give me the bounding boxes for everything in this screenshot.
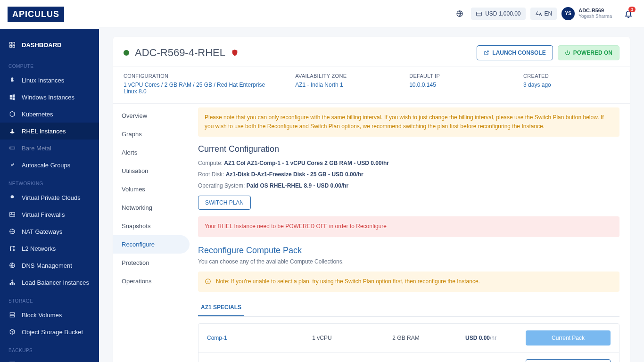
tab-operations[interactable]: Operations bbox=[113, 272, 190, 290]
sidebar-item-label: Bare Metal bbox=[22, 145, 51, 152]
tab-graphs[interactable]: Graphs bbox=[113, 125, 190, 143]
ip-value[interactable]: 10.0.0.145 bbox=[409, 82, 505, 88]
svg-point-7 bbox=[11, 148, 11, 148]
sidebar-item-nat[interactable]: NAT Gateways bbox=[0, 223, 99, 240]
sidebar-section-storage: STORAGE bbox=[0, 291, 99, 306]
sidebar-item-label: DNS Management bbox=[22, 262, 72, 269]
az-label: AVAILABILITY ZONE bbox=[295, 73, 391, 79]
baremetal-icon bbox=[8, 144, 16, 152]
info-icon bbox=[205, 278, 211, 285]
reconfigure-warning: Please note that you can only reconfigur… bbox=[198, 107, 619, 137]
reconfigure-pack-title: Reconfigure Compute Pack bbox=[198, 246, 619, 255]
sidebar-item-dashboard[interactable]: DASHBOARD bbox=[0, 33, 99, 56]
svg-point-11 bbox=[13, 246, 14, 247]
balance-chip[interactable]: USD 1,000.00 bbox=[471, 8, 525, 20]
svg-rect-20 bbox=[10, 315, 14, 317]
reconfigure-pack-desc: You can choose any of the available Comp… bbox=[198, 258, 619, 265]
vpc-icon bbox=[8, 194, 16, 201]
shield-icon bbox=[231, 49, 239, 57]
sidebar-item-vfw[interactable]: Virtual Firewalls bbox=[0, 206, 99, 223]
user-avatar: YS bbox=[561, 7, 575, 20]
compute-label: Compute: bbox=[198, 160, 224, 166]
svg-point-10 bbox=[10, 246, 11, 247]
kubernetes-icon bbox=[8, 110, 16, 118]
sidebar-item-dns[interactable]: DNS Management bbox=[0, 257, 99, 274]
svg-point-18 bbox=[14, 283, 15, 284]
current-pack-button[interactable]: Current Pack bbox=[526, 330, 611, 346]
tab-reconfigure[interactable]: Reconfigure bbox=[113, 235, 190, 254]
rhel-icon bbox=[8, 127, 16, 135]
plan-table: Comp-1 1 vCPU 2 GB RAM USD 0.00/hr Curre… bbox=[198, 323, 619, 362]
sidebar-item-vpc[interactable]: Virtual Private Clouds bbox=[0, 189, 99, 206]
sidebar-item-windows[interactable]: Windows Instances bbox=[0, 89, 99, 106]
compute-value: AZ1 Col AZ1-Comp-1 - 1 vCPU Cores 2 GB R… bbox=[224, 160, 389, 166]
l2-icon bbox=[8, 245, 16, 252]
sidebar: APICULUS DASHBOARD COMPUTE Linux Instanc… bbox=[0, 0, 99, 362]
sidebar-item-label: Block Volumes bbox=[22, 312, 62, 319]
tab-protection[interactable]: Protection bbox=[113, 254, 190, 272]
os-label: Operating System: bbox=[198, 182, 247, 189]
brand-logo[interactable]: APICULUS bbox=[8, 7, 64, 22]
sidebar-item-l2[interactable]: L2 Networks bbox=[0, 240, 99, 257]
plan-note-text: Note: If you're unable to select a plan,… bbox=[216, 277, 480, 286]
logo-container: APICULUS bbox=[0, 0, 99, 29]
tab-overview[interactable]: Overview bbox=[113, 107, 190, 125]
external-link-icon bbox=[484, 50, 489, 56]
os-value: Paid OS RHEL-RHEL 8.9 - USD 0.00/hr bbox=[247, 182, 349, 189]
sidebar-item-block[interactable]: Block Volumes bbox=[0, 306, 99, 323]
notification-count: 3 bbox=[628, 7, 636, 12]
svg-marker-4 bbox=[10, 111, 14, 117]
tab-volumes[interactable]: Volumes bbox=[113, 180, 190, 198]
sidebar-item-object[interactable]: Object Storage Bucket bbox=[0, 323, 99, 340]
sidebar-item-lb[interactable]: Load Balancer Instances bbox=[0, 274, 99, 291]
rootdisk-label: Root Disk: bbox=[198, 171, 226, 178]
sidebar-dashboard-label: DASHBOARD bbox=[22, 41, 62, 49]
sidebar-item-baremetal[interactable]: Bare Metal bbox=[0, 140, 99, 156]
sidebar-item-protection[interactable]: Instance Protection bbox=[0, 356, 99, 362]
instance-title: ADC-R569-4-RHEL bbox=[135, 47, 225, 59]
launch-console-label: LAUNCH CONSOLE bbox=[492, 49, 545, 56]
sidebar-item-label: Windows Instances bbox=[22, 94, 74, 101]
svg-point-12 bbox=[10, 249, 11, 250]
power-off-warning: Your RHEL Instance need to be POWERED OF… bbox=[198, 216, 619, 237]
select-pack-button[interactable]: Select Pack bbox=[526, 359, 611, 362]
tab-snapshots[interactable]: Snapshots bbox=[113, 217, 190, 235]
sidebar-item-kubernetes[interactable]: Kubernetes bbox=[0, 106, 99, 123]
specials-tab[interactable]: AZ1 SPECIALS bbox=[198, 299, 244, 316]
switch-plan-button[interactable]: SWITCH PLAN bbox=[198, 196, 251, 210]
user-menu[interactable]: YS ADC-R569 Yogesh Sharma bbox=[561, 7, 612, 20]
notifications-button[interactable]: 3 bbox=[624, 9, 633, 18]
launch-console-button[interactable]: LAUNCH CONSOLE bbox=[477, 45, 553, 60]
power-icon bbox=[565, 50, 570, 56]
user-fullname: Yogesh Sharma bbox=[578, 14, 612, 19]
svg-rect-3 bbox=[10, 45, 12, 47]
power-status-label: POWERED ON bbox=[573, 49, 612, 56]
tab-networking[interactable]: Networking bbox=[113, 198, 190, 217]
plan-cpu: 1 vCPU bbox=[282, 335, 362, 341]
globe-icon[interactable] bbox=[453, 7, 466, 20]
sidebar-item-linux[interactable]: Linux Instances bbox=[0, 72, 99, 89]
svg-point-16 bbox=[10, 283, 11, 284]
svg-rect-0 bbox=[10, 42, 12, 44]
language-icon bbox=[535, 10, 542, 17]
firewall-icon bbox=[8, 211, 16, 218]
power-status-button[interactable]: POWERED ON bbox=[558, 45, 619, 60]
sidebar-item-label: RHEL Instances bbox=[22, 128, 66, 135]
config-value[interactable]: 1 vCPU Cores / 2 GB RAM / 25 GB / Red Ha… bbox=[124, 82, 277, 95]
plan-name[interactable]: Comp-1 bbox=[207, 335, 278, 341]
block-icon bbox=[8, 311, 16, 319]
tab-alerts[interactable]: Alerts bbox=[113, 143, 190, 162]
sidebar-item-rhel[interactable]: RHEL Instances bbox=[0, 123, 99, 140]
tab-utilisation[interactable]: Utilisation bbox=[113, 162, 190, 180]
sidebar-item-label: Load Balancer Instances bbox=[22, 279, 89, 286]
plan-ram: 2 GB RAM bbox=[366, 335, 446, 341]
sidebar-section-compute: COMPUTE bbox=[0, 56, 99, 72]
created-value[interactable]: 3 days ago bbox=[523, 82, 619, 88]
svg-rect-19 bbox=[10, 313, 14, 314]
user-texts: ADC-R569 Yogesh Sharma bbox=[578, 8, 612, 19]
language-chip[interactable]: EN bbox=[530, 8, 557, 20]
sidebar-item-label: NAT Gateways bbox=[22, 228, 62, 235]
sidebar-item-autoscale[interactable]: Autoscale Groups bbox=[0, 156, 99, 173]
az-value[interactable]: AZ1 - India North 1 bbox=[295, 82, 391, 88]
sidebar-item-label: Autoscale Groups bbox=[22, 162, 70, 169]
